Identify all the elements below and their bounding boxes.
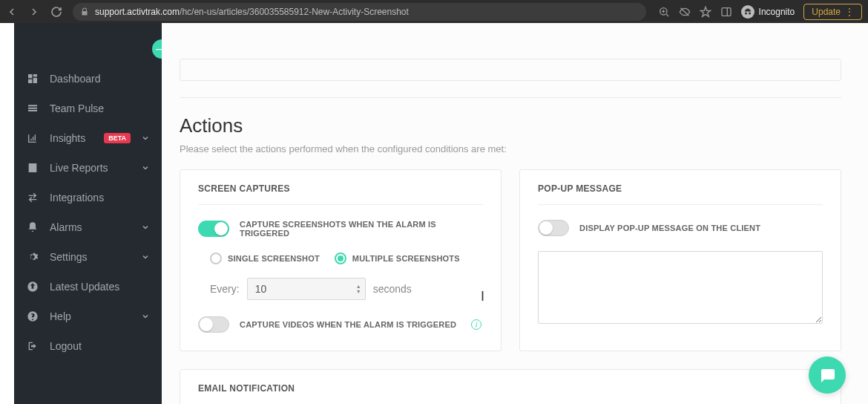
- kebab-icon: ⋮: [845, 7, 854, 17]
- back-button[interactable]: [6, 6, 18, 18]
- update-button[interactable]: Update⋮: [803, 4, 862, 20]
- radio-label: SINGLE SCREENSHOT: [228, 254, 320, 263]
- info-icon[interactable]: i: [471, 319, 481, 330]
- browser-chrome: support.activtrak.com/hc/en-us/articles/…: [0, 0, 868, 23]
- sidebar-item-help[interactable]: Help: [14, 302, 162, 331]
- capture-videos-toggle[interactable]: [198, 316, 229, 333]
- lock-icon: [80, 7, 89, 16]
- beta-badge: BETA: [104, 133, 131, 143]
- sidebar-item-label: Alarms: [50, 221, 131, 233]
- browser-right-icons: Incognito Update⋮: [658, 4, 862, 20]
- sidebar-item-dashboard[interactable]: Dashboard: [14, 64, 162, 94]
- nav-buttons: [6, 6, 62, 18]
- help-icon: [26, 310, 39, 323]
- placeholder-card: [180, 59, 841, 81]
- sidebar-item-label: Integrations: [50, 192, 150, 203]
- popup-message-card: POP-UP MESSAGE DISPLAY POP-UP MESSAGE ON…: [519, 169, 841, 351]
- sidebar: — Dashboard Team Pulse Insights BETA Liv…: [14, 23, 162, 404]
- updates-icon: [26, 280, 39, 293]
- stepper-arrows[interactable]: ▲▼: [356, 284, 361, 294]
- screen-captures-card: SCREEN CAPTURES CAPTURE SCREENSHOTS WHEN…: [180, 169, 502, 351]
- interval-input[interactable]: [247, 278, 366, 300]
- chevron-down-icon: [141, 252, 150, 261]
- single-screenshot-radio[interactable]: SINGLE SCREENSHOT: [210, 252, 320, 264]
- radio-icon: [335, 252, 346, 264]
- sidebar-item-label: Settings: [50, 251, 131, 263]
- report-icon: [26, 161, 39, 175]
- sidebar-item-label: Latest Updates: [50, 281, 150, 293]
- gear-icon: [26, 250, 39, 264]
- sidebar-item-label: Help: [50, 310, 131, 322]
- sidebar-item-label: Dashboard: [50, 73, 150, 85]
- logout-icon: [26, 339, 39, 353]
- list-icon: [26, 102, 39, 115]
- toggle-label: DISPLAY POP-UP MESSAGE ON THE CLIENT: [579, 224, 760, 232]
- chevron-down-icon: [141, 134, 150, 143]
- dashboard-icon: [26, 72, 39, 85]
- address-bar[interactable]: support.activtrak.com/hc/en-us/articles/…: [73, 3, 646, 21]
- capture-screenshots-toggle[interactable]: [198, 221, 229, 237]
- sidebar-item-label: Logout: [50, 340, 150, 352]
- url-text: support.activtrak.com/hc/en-us/articles/…: [95, 7, 409, 17]
- popup-toggle[interactable]: [538, 220, 569, 236]
- zoom-icon[interactable]: [658, 6, 670, 18]
- sidebar-item-integrations[interactable]: Integrations: [14, 183, 162, 212]
- radio-icon: [210, 252, 222, 264]
- chevron-down-icon: [141, 312, 150, 321]
- section-description: Please select the actions performed when…: [180, 143, 868, 154]
- reload-button[interactable]: [50, 6, 62, 18]
- sidebar-item-label: Live Reports: [50, 162, 131, 174]
- chat-icon: [818, 366, 836, 384]
- sidebar-item-label: Insights: [50, 132, 93, 144]
- sidebar-item-alarms[interactable]: Alarms: [14, 212, 162, 242]
- incognito-icon: [741, 5, 754, 19]
- card-header: EMAIL NOTIFICATION: [198, 383, 823, 394]
- email-notification-card: EMAIL NOTIFICATION: [180, 369, 841, 404]
- toggle-label: CAPTURE SCREENSHOTS WHEN THE ALARM IS TR…: [240, 220, 483, 238]
- popup-message-textarea[interactable]: [538, 251, 823, 324]
- sidebar-item-insights[interactable]: Insights BETA: [14, 123, 162, 153]
- bookmark-icon[interactable]: [700, 6, 711, 18]
- chevron-down-icon: [141, 223, 150, 232]
- panel-icon[interactable]: [720, 6, 732, 18]
- chart-icon: [26, 131, 39, 145]
- bell-icon: [26, 221, 39, 234]
- chevron-down-icon: [141, 163, 150, 172]
- main-content: Actions Please select the actions perfor…: [162, 23, 868, 404]
- integrations-icon: [26, 191, 39, 204]
- divider: [180, 97, 841, 98]
- section-title: Actions: [180, 114, 868, 137]
- tracking-icon[interactable]: [679, 6, 691, 18]
- radio-label: MULTIPLE SCREENSHOTS: [352, 254, 460, 263]
- card-header: SCREEN CAPTURES: [198, 183, 483, 205]
- every-label: Every:: [210, 283, 240, 295]
- sidebar-item-team-pulse[interactable]: Team Pulse: [14, 94, 162, 123]
- multiple-screenshots-radio[interactable]: MULTIPLE SCREENSHOTS: [335, 252, 460, 264]
- sidebar-item-label: Team Pulse: [50, 102, 150, 114]
- toggle-label: CAPTURE VIDEOS WHEN THE ALARM IS TRIGGER…: [240, 320, 456, 329]
- unit-label: seconds: [373, 283, 412, 295]
- forward-button[interactable]: [28, 6, 40, 18]
- sidebar-item-logout[interactable]: Logout: [14, 331, 162, 361]
- sidebar-item-settings[interactable]: Settings: [14, 242, 162, 272]
- incognito-badge: Incognito: [741, 5, 795, 19]
- card-header: POP-UP MESSAGE: [538, 183, 823, 205]
- chat-button[interactable]: [809, 356, 846, 394]
- sidebar-item-latest-updates[interactable]: Latest Updates: [14, 272, 162, 302]
- sidebar-item-live-reports[interactable]: Live Reports: [14, 153, 162, 183]
- svg-rect-1: [722, 7, 731, 16]
